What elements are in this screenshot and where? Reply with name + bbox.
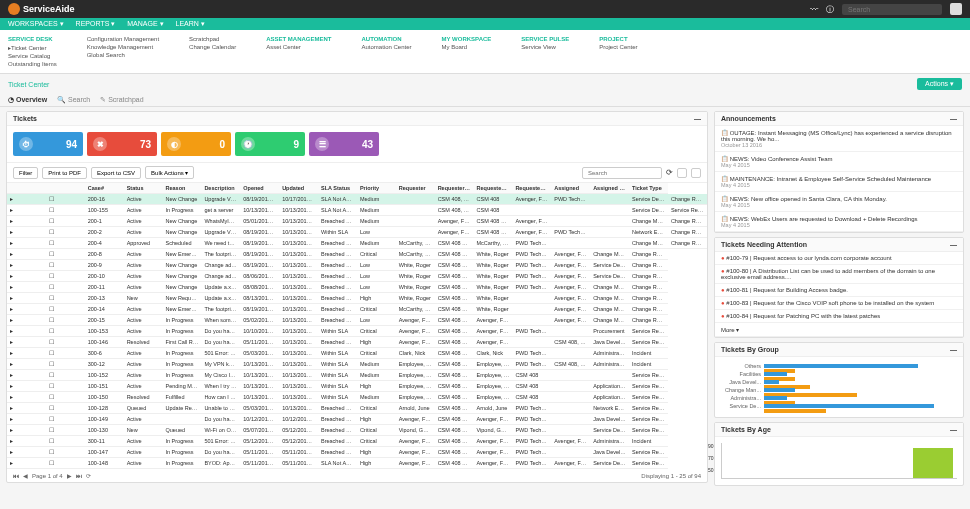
collapse-icon[interactable]: — <box>950 346 957 353</box>
global-search-input[interactable] <box>842 4 942 15</box>
expand-icon[interactable]: ▸ <box>7 238 46 249</box>
tab-scratchpad[interactable]: ✎ Scratchpad <box>100 96 143 104</box>
announcement-item[interactable]: 📋 NEWS: Video Conference Assist TeamMay … <box>715 152 963 172</box>
actions-button[interactable]: Actions ▾ <box>917 78 962 90</box>
expand-icon[interactable]: ▸ <box>7 227 46 238</box>
expand-icon[interactable]: ▸ <box>7 293 46 304</box>
attention-item[interactable]: ● #100-81 | Request for Building Access … <box>715 284 963 297</box>
row-checkbox[interactable]: ☐ <box>46 271 85 282</box>
list-view-icon[interactable] <box>691 168 701 178</box>
collapse-icon[interactable]: — <box>950 115 957 122</box>
expand-icon[interactable]: ▸ <box>7 260 46 271</box>
expand-icon[interactable]: ▸ <box>7 447 46 458</box>
row-checkbox[interactable]: ☐ <box>46 315 85 326</box>
col-header[interactable]: Opened <box>240 183 279 194</box>
export-csv-button[interactable]: Export to CSV <box>91 167 141 179</box>
print-pdf-button[interactable]: Print to PDF <box>42 167 87 179</box>
table-row[interactable]: ▸☐300-6ActiveIn Progress501 Error: Tie..… <box>7 348 707 359</box>
mega-link[interactable]: Knowledge Management <box>87 44 159 50</box>
info-icon[interactable]: ⓘ <box>826 4 834 15</box>
table-row[interactable]: ▸☐200-16ActiveNew ChangeUpgrade VPN...08… <box>7 194 707 205</box>
col-header[interactable]: Assigned Group <box>590 183 629 194</box>
expand-icon[interactable]: ▸ <box>7 271 46 282</box>
row-checkbox[interactable]: ☐ <box>46 414 85 425</box>
mega-link[interactable]: Service View <box>521 44 569 50</box>
row-checkbox[interactable]: ☐ <box>46 282 85 293</box>
expand-icon[interactable]: ▸ <box>7 216 46 227</box>
col-header[interactable]: Status <box>124 183 163 194</box>
announcement-item[interactable]: 📋 MAINTENANCE: Intranet & Employee Self-… <box>715 172 963 192</box>
row-checkbox[interactable]: ☐ <box>46 326 85 337</box>
pager-refresh-icon[interactable]: ⟳ <box>86 472 91 479</box>
mega-link[interactable]: Change Calendar <box>189 44 236 50</box>
table-row[interactable]: ▸☐200-2ActiveNew ChangeUpgrade VPN...08/… <box>7 227 707 238</box>
col-header[interactable]: Assigned <box>551 183 590 194</box>
user-avatar[interactable] <box>950 3 962 15</box>
attention-item[interactable]: ● #100-83 | Request for the Cisco VOIP s… <box>715 297 963 310</box>
nav-manage[interactable]: MANAGE ▾ <box>127 20 163 28</box>
row-checkbox[interactable]: ☐ <box>46 458 85 469</box>
col-header[interactable]: Updated <box>279 183 318 194</box>
mega-link[interactable]: Automation Center <box>361 44 411 50</box>
table-row[interactable]: ▸☐100-149ActiveDo you have ...10/12/2016… <box>7 414 707 425</box>
expand-icon[interactable]: ▸ <box>7 282 46 293</box>
row-checkbox[interactable]: ☐ <box>46 359 85 370</box>
table-row[interactable]: ▸☐100-146ResolvedFirst Call Reso...Do yo… <box>7 337 707 348</box>
col-header[interactable]: Requester <box>396 183 435 194</box>
row-checkbox[interactable]: ☐ <box>46 205 85 216</box>
row-checkbox[interactable]: ☐ <box>46 216 85 227</box>
refresh-icon[interactable]: ⟳ <box>666 168 673 177</box>
row-checkbox[interactable]: ☐ <box>46 238 85 249</box>
stat-tile[interactable]: 🕐9 <box>235 132 305 156</box>
expand-icon[interactable]: ▸ <box>7 425 46 436</box>
col-header[interactable]: Description <box>201 183 240 194</box>
mega-link[interactable]: Asset Center <box>266 44 331 50</box>
pager-last-icon[interactable]: ⏭ <box>76 473 82 479</box>
expand-icon[interactable]: ▸ <box>7 249 46 260</box>
table-row[interactable]: ▸☐300-11ActiveIn Progress501 Error: Tie.… <box>7 436 707 447</box>
col-header[interactable]: Ticket Type <box>629 183 668 194</box>
mega-link[interactable]: Project Center <box>599 44 637 50</box>
expand-icon[interactable]: ▸ <box>7 381 46 392</box>
expand-icon[interactable]: ▸ <box>7 315 46 326</box>
attention-item[interactable]: ● #100-84 | Request for Patching PC with… <box>715 310 963 323</box>
row-checkbox[interactable]: ☐ <box>46 304 85 315</box>
nav-workspaces[interactable]: WORKSPACES ▾ <box>8 20 64 28</box>
mega-link[interactable]: Configuration Management <box>87 36 159 42</box>
expand-icon[interactable]: ▸ <box>7 458 46 469</box>
table-row[interactable]: ▸☐200-10ActiveNew ChangeChange admi...08… <box>7 271 707 282</box>
card-view-icon[interactable] <box>677 168 687 178</box>
col-header[interactable]: Reason <box>163 183 202 194</box>
row-checkbox[interactable]: ☐ <box>46 403 85 414</box>
row-checkbox[interactable]: ☐ <box>46 249 85 260</box>
table-row[interactable]: ▸☐100-130NewQueuedWi-Fi on Offic...05/07… <box>7 425 707 436</box>
announcement-item[interactable]: 📋 NEWS: WebEx Users are requested to Dow… <box>715 212 963 232</box>
tab-overview[interactable]: ◔ Overview <box>8 96 47 104</box>
pager-next-icon[interactable]: ▶ <box>67 472 72 479</box>
stat-tile[interactable]: ☰43 <box>309 132 379 156</box>
table-row[interactable]: ▸☐200-9ActiveNew ChangeChange admi...08/… <box>7 260 707 271</box>
table-row[interactable]: ▸☐100-153ActiveIn ProgressDo you have ..… <box>7 326 707 337</box>
table-row[interactable]: ▸☐200-1ActiveNew ChangeWhatsMyIP C...05/… <box>7 216 707 227</box>
collapse-icon[interactable]: — <box>950 241 957 248</box>
table-row[interactable]: ▸☐300-12ActiveIn ProgressMy VPN keep...1… <box>7 359 707 370</box>
table-row[interactable]: ▸☐100-150ResolvedFulfilledHow can I ord.… <box>7 392 707 403</box>
mega-link[interactable]: My Board <box>442 44 492 50</box>
attention-item[interactable]: ● #100-79 | Request access to our lynda.… <box>715 252 963 265</box>
table-row[interactable]: ▸☐100-128QueuedUpdate Recei...Unable to … <box>7 403 707 414</box>
row-checkbox[interactable]: ☐ <box>46 425 85 436</box>
row-checkbox[interactable]: ☐ <box>46 348 85 359</box>
col-header[interactable]: Requested For <box>474 183 513 194</box>
row-checkbox[interactable]: ☐ <box>46 194 85 205</box>
stat-tile[interactable]: ◐0 <box>161 132 231 156</box>
expand-icon[interactable]: ▸ <box>7 359 46 370</box>
stat-tile[interactable]: ⏱94 <box>13 132 83 156</box>
mega-link[interactable]: Scratchpad <box>189 36 236 42</box>
announcement-item[interactable]: 📋 OUTAGE: Instant Messaging (MS Office/L… <box>715 126 963 152</box>
table-row[interactable]: ▸☐200-14ActiveNew Emergen...The footprin… <box>7 304 707 315</box>
attention-item[interactable]: ● #100-80 | A Distribution List can be u… <box>715 265 963 284</box>
row-checkbox[interactable]: ☐ <box>46 337 85 348</box>
nav-reports[interactable]: REPORTS ▾ <box>76 20 116 28</box>
expand-icon[interactable]: ▸ <box>7 337 46 348</box>
pager-prev-icon[interactable]: ◀ <box>23 472 28 479</box>
